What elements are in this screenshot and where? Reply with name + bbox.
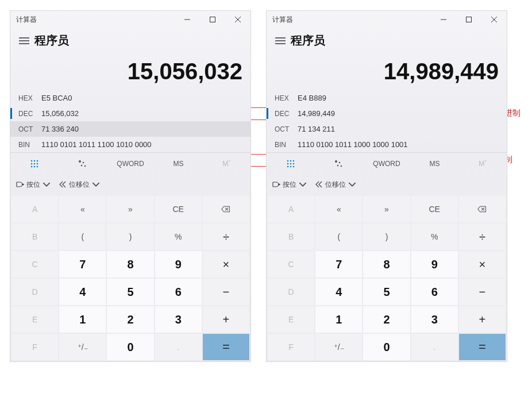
word-size-button[interactable]: QWORD — [363, 153, 411, 174]
base-label: BIN — [269, 141, 298, 149]
bitshift-dropdown[interactable]: 位移位 — [59, 180, 100, 190]
key-5[interactable]: 5 — [363, 279, 410, 305]
key-1[interactable]: 1 — [315, 306, 362, 333]
memory-store-button[interactable]: MS — [155, 153, 203, 174]
key-multiply[interactable]: × — [459, 251, 506, 278]
memory-store-button[interactable]: MS — [411, 153, 459, 174]
key-2[interactable]: 2 — [363, 306, 410, 333]
hamburger-menu-icon[interactable] — [270, 37, 291, 45]
close-button[interactable] — [481, 11, 507, 28]
base-row-oct[interactable]: OCT71 336 240 — [10, 121, 250, 137]
key-0[interactable]: 0 — [107, 334, 153, 360]
key-lshift[interactable]: « — [59, 196, 106, 222]
close-button[interactable] — [225, 11, 250, 28]
base-value-bin: 1110 0101 1011 1100 1010 0000 — [41, 140, 152, 149]
base-row-oct[interactable]: OCT71 134 211 — [267, 121, 507, 137]
key-multiply[interactable]: × — [203, 251, 249, 278]
key-4[interactable]: 4 — [59, 279, 106, 305]
key-add[interactable]: + — [203, 306, 249, 333]
key-0[interactable]: 0 — [363, 334, 410, 360]
key-subtract[interactable]: − — [203, 279, 249, 305]
key-f: F — [11, 334, 58, 360]
svg-point-18 — [81, 164, 83, 166]
svg-point-37 — [290, 165, 291, 167]
key-7[interactable]: 7 — [315, 251, 362, 278]
key-rshift[interactable]: » — [363, 196, 410, 222]
full-keypad-icon[interactable] — [267, 153, 315, 174]
key-9[interactable]: 9 — [411, 251, 458, 278]
bitwise-dropdown[interactable]: 按位 — [16, 180, 51, 190]
key-add[interactable]: + — [459, 306, 506, 333]
key-equals[interactable]: = — [203, 334, 249, 360]
key-percent[interactable]: % — [411, 224, 458, 250]
key-divide[interactable]: ÷ — [459, 224, 506, 250]
key-clear-entry[interactable]: CE — [155, 196, 202, 222]
base-label: OCT — [269, 125, 298, 133]
maximize-button[interactable] — [456, 11, 481, 28]
key-5[interactable]: 5 — [107, 279, 153, 305]
key-divide[interactable]: ÷ — [203, 224, 249, 250]
window-title: 计算器 — [10, 15, 175, 25]
key-2[interactable]: 2 — [107, 306, 153, 333]
base-value-dec: 14,989,449 — [298, 109, 335, 118]
maximize-button[interactable] — [200, 11, 225, 28]
minimize-button[interactable] — [431, 11, 456, 28]
chevron-down-icon — [299, 180, 307, 188]
svg-point-12 — [36, 163, 38, 164]
key-d: D — [11, 279, 58, 305]
key-lparen[interactable]: ( — [315, 224, 362, 250]
chevron-down-icon — [43, 180, 51, 188]
bitshift-label: 位移位 — [69, 180, 90, 190]
base-row-dec[interactable]: DEC15,056,032 — [10, 106, 250, 121]
bit-toggle-icon[interactable] — [315, 153, 363, 174]
chevron-down-icon — [92, 180, 100, 188]
key-6[interactable]: 6 — [411, 279, 458, 305]
backspace-icon — [221, 205, 230, 214]
svg-point-36 — [287, 165, 288, 167]
key-rshift[interactable]: » — [107, 196, 153, 222]
bitshift-dropdown[interactable]: 位移位 — [315, 180, 356, 190]
key-lparen[interactable]: ( — [59, 224, 106, 250]
key-3[interactable]: 3 — [155, 306, 202, 333]
key-plus-minus[interactable]: ⁺/₋ — [315, 334, 362, 360]
key-3[interactable]: 3 — [411, 306, 458, 333]
svg-point-13 — [30, 165, 32, 167]
key-backspace[interactable] — [459, 196, 506, 222]
key-rparen[interactable]: ) — [363, 224, 410, 250]
key-b: B — [268, 224, 314, 250]
base-row-bin[interactable]: BIN1110 0100 1011 1000 1000 1001 — [267, 137, 507, 152]
key-plus-minus[interactable]: ⁺/₋ — [59, 334, 106, 360]
full-keypad-icon[interactable] — [10, 153, 59, 174]
bit-toggle-icon[interactable] — [59, 153, 107, 174]
chevron-down-icon — [348, 180, 356, 188]
key-7[interactable]: 7 — [59, 251, 106, 278]
key-percent[interactable]: % — [155, 224, 202, 250]
key-1[interactable]: 1 — [59, 306, 106, 333]
key-8[interactable]: 8 — [107, 251, 153, 278]
key-9[interactable]: 9 — [155, 251, 202, 278]
base-row-hex[interactable]: HEXE4 B889 — [267, 90, 507, 106]
key-6[interactable]: 6 — [155, 279, 202, 305]
key-clear-entry[interactable]: CE — [411, 196, 458, 222]
hamburger-menu-icon[interactable] — [14, 37, 34, 45]
key-c: C — [11, 251, 58, 278]
word-size-button[interactable]: QWORD — [106, 153, 155, 174]
gate-icon — [16, 180, 24, 188]
svg-point-41 — [337, 164, 339, 166]
base-row-bin[interactable]: BIN1110 0101 1011 1100 1010 0000 — [10, 137, 250, 152]
base-row-dec[interactable]: DEC14,989,449 — [267, 106, 507, 121]
base-label: HEX — [13, 94, 41, 102]
bitwise-dropdown[interactable]: 按位 — [272, 180, 307, 190]
key-4[interactable]: 4 — [315, 279, 362, 305]
key-equals[interactable]: = — [459, 334, 506, 360]
key-8[interactable]: 8 — [363, 251, 410, 278]
key-lshift[interactable]: « — [315, 196, 362, 222]
minimize-button[interactable] — [175, 11, 200, 28]
key-rparen[interactable]: ) — [107, 224, 153, 250]
svg-point-7 — [30, 160, 32, 161]
key-backspace[interactable] — [203, 196, 249, 222]
svg-point-14 — [33, 165, 35, 167]
key-subtract[interactable]: − — [459, 279, 506, 305]
base-row-hex[interactable]: HEXE5 BCA0 — [10, 90, 250, 106]
base-value-oct: 71 336 240 — [41, 125, 79, 133]
